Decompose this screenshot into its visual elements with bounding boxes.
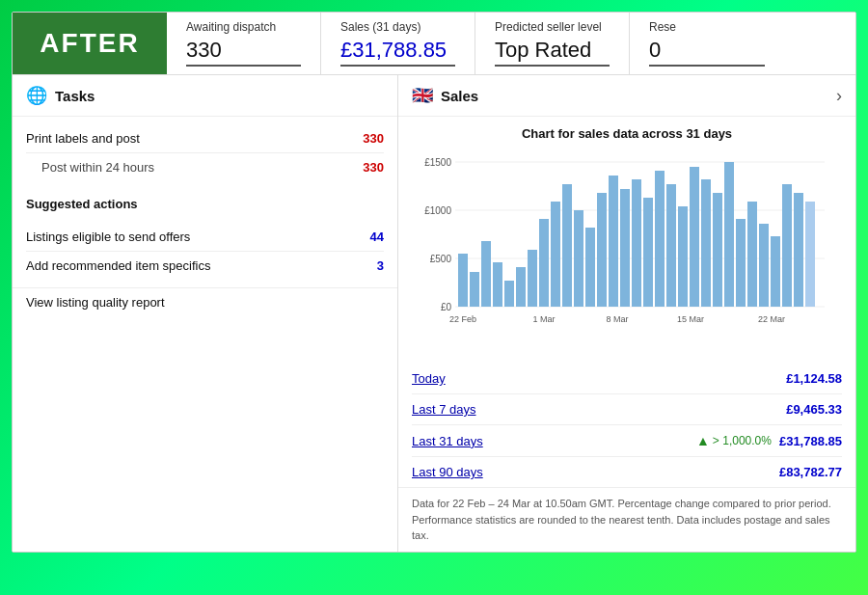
task-item-specifics-count: 3 [377,258,384,273]
svg-text:1 Mar: 1 Mar [532,314,555,324]
svg-rect-19 [585,228,595,307]
chart-svg-wrapper: £1500 £1000 £500 £0 [412,149,842,364]
sales-row-31days: Last 31 days ▲ > 1,000.0% £31,788.85 [412,425,842,457]
svg-rect-14 [528,250,537,307]
trend-percentage: > 1,000.0% [713,434,772,447]
svg-rect-25 [655,171,665,307]
stat-rese-label: Rese [649,20,765,34]
last31days-right: ▲ > 1,000.0% £31,788.85 [696,433,842,448]
last7days-right: £9,465.33 [786,402,842,417]
svg-rect-12 [504,281,514,307]
svg-text:£1500: £1500 [424,157,451,168]
sales-rows: Today £1,124.58 Last 7 days £9,465.33 La… [398,364,855,487]
today-value: £1,124.58 [786,371,842,386]
svg-rect-10 [481,241,491,307]
chart-footer-note: Data for 22 Feb – 24 Mar at 10.50am GMT.… [398,487,855,552]
task-send-offers-count: 44 [370,230,384,244]
today-link[interactable]: Today [412,371,446,386]
svg-text:£1000: £1000 [424,205,451,216]
stat-sales-label: Sales (31 days) [340,20,455,34]
svg-text:£0: £0 [441,302,452,312]
last31days-link[interactable]: Last 31 days [412,434,483,448]
sales-row-90days: Last 90 days £83,782.77 [412,457,842,487]
right-panel: 🇬🇧 Sales › Chart for sales data across 3… [398,75,855,552]
uk-flag-icon: 🇬🇧 [412,85,433,106]
svg-rect-24 [643,198,653,307]
svg-rect-16 [551,202,560,307]
after-badge: AFTER [13,13,167,74]
sales-header-left: 🇬🇧 Sales [412,85,478,106]
last90days-right: £83,782.77 [779,465,842,479]
today-right: £1,124.58 [786,371,842,386]
stat-rese: Rese 0 [630,13,784,74]
trend-up-indicator: ▲ > 1,000.0% [696,433,772,448]
sales-panel-header: 🇬🇧 Sales › [398,75,855,117]
tasks-panel-header: 🌐 Tasks [13,75,397,117]
task-send-offers-label[interactable]: Listings eligible to send offers [26,230,190,244]
svg-rect-38 [805,202,815,307]
task-row: Add recommended item specifics 3 [26,252,384,280]
task-row: Print labels and post 330 [26,124,384,153]
sales-chart: £1500 £1000 £500 £0 [412,149,842,361]
task-post-24h-count: 330 [363,160,384,175]
svg-text:15 Mar: 15 Mar [677,314,704,324]
svg-rect-8 [458,254,468,307]
left-panel: 🌐 Tasks Print labels and post 330 Post w… [13,75,398,552]
task-print-labels-label[interactable]: Print labels and post [26,131,140,146]
task-item-specifics-label[interactable]: Add recommended item specifics [26,258,210,273]
stat-awaiting-dispatch-value: 330 [186,38,301,67]
sales-row-today: Today £1,124.58 [412,364,842,394]
task-list: Print labels and post 330 Post within 24… [13,117,397,189]
sales-title: Sales [441,88,478,104]
last7days-link[interactable]: Last 7 days [412,402,476,417]
svg-text:22 Mar: 22 Mar [758,314,785,324]
svg-rect-17 [562,184,572,307]
suggested-task-list: Listings eligible to send offers 44 Add … [13,215,397,287]
globe-icon: 🌐 [26,85,47,106]
task-row: Listings eligible to send offers 44 [26,223,384,252]
last31days-value: £31,788.85 [779,434,842,448]
svg-rect-27 [678,206,688,307]
main-columns: 🌐 Tasks Print labels and post 330 Post w… [13,75,855,552]
svg-rect-13 [516,267,526,307]
stat-predicted-seller-value: Top Rated [495,38,610,67]
svg-rect-36 [782,184,792,307]
stat-predicted-seller-label: Predicted seller level [495,20,610,34]
svg-rect-21 [609,176,618,307]
top-bar: AFTER Awaiting dispatch 330 Sales (31 da… [13,13,855,75]
svg-rect-23 [632,179,641,307]
tasks-title: Tasks [55,88,95,104]
svg-rect-18 [574,210,583,307]
stat-sales: Sales (31 days) £31,788.85 [321,13,475,74]
svg-rect-30 [713,193,722,307]
task-post-24h-label[interactable]: Post within 24 hours [26,160,154,175]
svg-rect-33 [747,202,757,307]
last7days-value: £9,465.33 [786,402,842,417]
suggested-actions-header: Suggested actions [13,189,397,215]
svg-rect-31 [724,162,734,307]
svg-rect-15 [539,219,549,307]
svg-rect-35 [771,236,780,307]
svg-rect-29 [701,179,711,307]
svg-rect-34 [759,224,769,307]
svg-text:£500: £500 [430,254,452,264]
last90days-link[interactable]: Last 90 days [412,465,483,479]
task-print-labels-count: 330 [363,131,384,146]
svg-rect-37 [794,193,803,307]
chevron-right-icon[interactable]: › [836,86,842,106]
view-listing-quality-report-link[interactable]: View listing quality report [13,287,397,316]
svg-rect-28 [690,167,699,307]
svg-rect-20 [597,193,607,307]
stat-rese-value: 0 [649,38,765,67]
svg-rect-11 [493,262,502,307]
task-row: Post within 24 hours 330 [26,153,384,181]
sales-row-7days: Last 7 days £9,465.33 [412,394,842,425]
svg-rect-9 [470,272,479,307]
trend-up-arrow-icon: ▲ [696,433,710,448]
svg-rect-26 [666,184,676,307]
svg-rect-32 [736,219,746,307]
svg-text:8 Mar: 8 Mar [606,314,628,324]
chart-title: Chart for sales data across 31 days [412,126,842,141]
stat-predicted-seller: Predicted seller level Top Rated [475,13,630,74]
stat-sales-value: £31,788.85 [340,38,455,67]
